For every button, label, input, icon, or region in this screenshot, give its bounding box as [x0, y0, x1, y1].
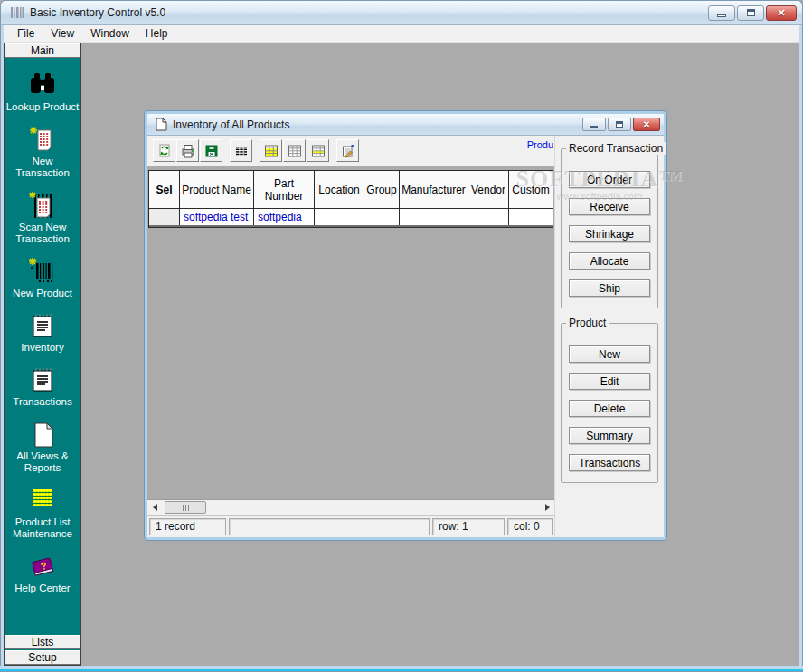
notepad-icon	[27, 365, 58, 394]
save-button[interactable]	[200, 139, 222, 162]
help-book-icon: ?	[27, 552, 58, 581]
cell-group[interactable]	[364, 209, 400, 225]
cell-location[interactable]	[315, 209, 364, 225]
sidebar-item-transactions[interactable]: Transactions	[5, 365, 80, 408]
receipt-scan-icon	[27, 191, 58, 220]
barcode-new-icon	[27, 257, 58, 286]
column-header-customer[interactable]: Custom	[509, 171, 553, 209]
table-workspace: Produ Sel Product Name Part Number Locat…	[147, 136, 554, 537]
table-row[interactable]: softpedia test softpedia	[149, 209, 553, 227]
columns-icon	[234, 144, 249, 158]
cell-product-name[interactable]: softpedia test	[180, 209, 254, 225]
on-order-button[interactable]: On Order	[569, 171, 650, 188]
sidebar-tab-lists[interactable]: Lists	[5, 635, 80, 649]
view-grid-plain-button[interactable]	[283, 139, 306, 162]
grid-highlight2-icon	[311, 144, 326, 158]
view-grid-highlight2-button[interactable]	[307, 139, 329, 162]
status-row-indicator: row: 1	[432, 518, 505, 535]
sidebar-item-help-center[interactable]: ? Help Center	[5, 552, 80, 594]
status-message	[229, 518, 430, 535]
notepad-icon	[27, 311, 58, 340]
sidebar-item-lookup-product[interactable]: Lookup Product	[5, 71, 80, 113]
edit-button[interactable]: Edit	[569, 373, 650, 390]
print-button[interactable]	[176, 139, 199, 162]
cell-manufacturer[interactable]	[400, 209, 468, 225]
document-icon	[155, 118, 167, 131]
menu-help[interactable]: Help	[137, 25, 176, 42]
print-icon	[181, 144, 195, 158]
receipt-new-icon	[27, 125, 58, 154]
column-header-product-name[interactable]: Product Name	[180, 171, 254, 209]
receive-button[interactable]: Receive	[569, 198, 650, 215]
grid-highlight-icon	[264, 144, 279, 158]
child-minimize-button[interactable]	[582, 118, 606, 131]
product-group: Product New Edit Delete Summary Transact…	[561, 323, 658, 483]
close-button[interactable]: ✕	[766, 5, 797, 21]
properties-button[interactable]	[336, 139, 359, 162]
sidebar-item-all-views-reports[interactable]: All Views & Reports	[5, 420, 80, 474]
sidebar-item-new-product[interactable]: New Product	[5, 257, 80, 299]
child-close-button[interactable]: ✕	[633, 118, 660, 131]
sidebar-tab-main[interactable]: Main	[5, 43, 80, 58]
cell-customer[interactable]	[509, 209, 553, 225]
child-restore-button[interactable]	[608, 118, 631, 131]
column-header-sel[interactable]: Sel	[149, 171, 180, 209]
column-header-group[interactable]: Group	[364, 171, 400, 209]
striped-list-icon	[27, 486, 58, 515]
scrollbar-thumb[interactable]	[165, 501, 206, 514]
new-button[interactable]: New	[569, 345, 650, 363]
products-link[interactable]: Produ	[527, 139, 553, 150]
save-icon	[204, 144, 219, 158]
summary-button[interactable]: Summary	[569, 427, 650, 444]
sidebar: Main Lookup Product New Transaction Scan…	[4, 43, 81, 666]
refresh-button[interactable]	[153, 139, 175, 162]
status-col-indicator: col: 0	[507, 518, 553, 535]
sidebar-item-product-list-maintenance[interactable]: Product List Maintenance	[5, 486, 80, 540]
column-header-part-number[interactable]: Part Number	[254, 171, 315, 209]
minimize-button[interactable]	[708, 5, 735, 21]
ship-button[interactable]: Ship	[569, 279, 650, 297]
inventory-window-title: Inventory of All Products	[173, 118, 289, 131]
sidebar-tab-setup[interactable]: Setup	[5, 650, 80, 665]
sidebar-item-new-transaction[interactable]: New Transaction	[5, 125, 80, 179]
properties-icon	[341, 144, 355, 158]
column-header-manufacturer[interactable]: Manufacturer	[400, 171, 468, 209]
window-border-right	[799, 25, 803, 672]
column-list-button[interactable]	[230, 139, 252, 162]
cell-vendor[interactable]	[468, 209, 509, 225]
app-window: Basic Inventory Control v5.0 ✕ File View…	[0, 0, 803, 672]
action-panel: Record Transaction On Order Receive Shri…	[554, 136, 664, 537]
mdi-area: Inventory of All Products ✕	[81, 43, 799, 666]
products-table: Sel Product Name Part Number Location Gr…	[148, 170, 553, 228]
cell-part-number[interactable]: softpedia	[254, 209, 315, 225]
table-header-row: Sel Product Name Part Number Location Gr…	[149, 171, 553, 209]
horizontal-scrollbar[interactable]	[147, 499, 554, 515]
scroll-right-button[interactable]	[540, 500, 554, 515]
shrinkage-button[interactable]: Shrinkage	[569, 225, 650, 242]
allocate-button[interactable]: Allocate	[569, 252, 650, 270]
record-transaction-group: Record Transaction On Order Receive Shri…	[561, 148, 658, 308]
cell-sel[interactable]	[149, 209, 180, 225]
restore-icon	[747, 9, 755, 16]
left-arrow-icon	[153, 504, 157, 511]
inventory-window: Inventory of All Products ✕	[145, 111, 666, 540]
window-border-bottom	[0, 666, 803, 672]
view-grid-highlight-button[interactable]	[260, 139, 282, 162]
menu-file[interactable]: File	[9, 25, 43, 42]
restore-button[interactable]	[737, 5, 764, 21]
transactions-button[interactable]: Transactions	[569, 454, 650, 471]
column-header-vendor[interactable]: Vendor	[468, 171, 509, 209]
sidebar-item-inventory[interactable]: Inventory	[5, 311, 80, 354]
status-bar: 1 record row: 1 col: 0	[147, 515, 554, 537]
sidebar-item-scan-new-transaction[interactable]: Scan New Transaction	[5, 191, 80, 245]
menu-window[interactable]: Window	[82, 25, 137, 42]
close-icon: ✕	[777, 8, 785, 18]
column-header-location[interactable]: Location	[315, 171, 364, 209]
delete-button[interactable]: Delete	[569, 400, 650, 417]
minimize-icon	[590, 126, 598, 128]
right-arrow-icon	[545, 504, 550, 511]
toolbar: Produ	[147, 136, 554, 166]
barcode-app-icon	[10, 6, 24, 19]
scroll-left-button[interactable]	[147, 500, 162, 515]
menu-view[interactable]: View	[43, 25, 82, 42]
